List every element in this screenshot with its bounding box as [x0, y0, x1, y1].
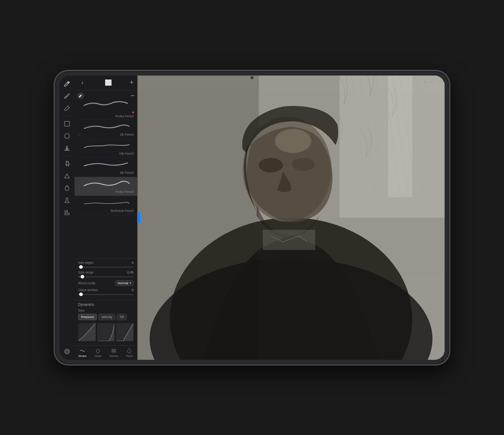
tab-paint[interactable]: Paint [122, 347, 138, 358]
dynamics-tab-pressure[interactable]: Pressure [78, 314, 97, 320]
brush-settings-panel: Wet edges 0 Size range 0.05 [75, 258, 137, 300]
brush-name-proko-header: Proko Pencil [77, 114, 134, 119]
wet-edges-row: Wet edges 0 [78, 261, 134, 264]
technical-stroke-preview [77, 198, 134, 208]
side-indicator [137, 212, 140, 223]
left-toolbar [59, 76, 75, 360]
size-range-thumb[interactable] [81, 275, 84, 278]
volume-up-button[interactable] [54, 136, 55, 150]
size-range-slider[interactable] [78, 276, 134, 277]
dynamics-size-label: Size [78, 309, 134, 312]
svg-rect-16 [138, 76, 445, 360]
brush-tool-icon[interactable] [62, 78, 72, 89]
ipad-frame: ‹ ⬜ + ••• [54, 70, 450, 365]
canvas-icon-a[interactable]: A [424, 79, 427, 85]
dynamics-tabs: Pressure Velocity Tilt [78, 314, 134, 320]
brush-item-hb[interactable]: HB Pencil [75, 139, 137, 158]
glaze-strokes-row: Glaze strokes 0 [78, 288, 134, 292]
2b-favorite-icon: ♡ [77, 133, 80, 137]
6b-stroke-preview [77, 159, 134, 169]
smudge-tool-icon[interactable] [62, 91, 72, 101]
tab-head[interactable]: Head [90, 347, 106, 358]
brush-item-6b[interactable]: 6B Pencil [75, 158, 137, 177]
size-range-value: 0.05 [127, 271, 134, 274]
brush-name-technical: Technical Pencil [77, 209, 134, 213]
blend-mode-chevron: ▾ [130, 282, 131, 285]
svg-rect-2 [65, 213, 69, 215]
canvas-area[interactable]: A ✦ ↔ [138, 76, 445, 360]
wet-edges-label: Wet edges [78, 261, 94, 264]
dynamics-title: Dynamics [78, 303, 134, 307]
toolbar-divider-2 [63, 156, 71, 156]
blend-mode-value: Normal [118, 281, 128, 285]
blend-mode-row: Blend mode Normal ▾ [78, 280, 134, 286]
back-button[interactable]: ‹ [78, 78, 87, 87]
glaze-strokes-label: Glaze strokes [78, 288, 98, 292]
hb-stroke-preview [77, 140, 134, 150]
brush-panel: ‹ ⬜ + ••• [75, 76, 138, 360]
layers2-tool-icon[interactable] [62, 207, 72, 218]
triangle-tool-icon[interactable] [62, 171, 72, 181]
power-button[interactable] [449, 143, 450, 165]
brush-panel-header: ‹ ⬜ + [75, 76, 137, 90]
export-tool-icon[interactable] [62, 143, 72, 154]
tab-texture[interactable]: Texture [106, 347, 122, 358]
modify-tool-icon[interactable] [62, 158, 72, 169]
size-range-label: Size range [78, 271, 94, 274]
blend-mode-label: Blend mode [78, 281, 95, 285]
svg-point-1 [64, 133, 69, 139]
canvas-icon-star[interactable]: ✦ [430, 79, 433, 85]
brush-item-proko-active[interactable]: Proko Pencil [75, 177, 137, 196]
brush-item-2b[interactable]: ♡ 2B Pencil [75, 120, 137, 139]
volume-down-button[interactable] [54, 154, 55, 168]
glaze-strokes-slider[interactable] [78, 294, 134, 295]
color-circle-icon[interactable] [62, 346, 72, 357]
svg-point-4 [64, 349, 69, 354]
svg-rect-0 [64, 121, 69, 126]
copy-button[interactable]: ⬜ [104, 78, 113, 87]
blend-mode-select[interactable]: Normal ▾ [115, 280, 134, 286]
tilt-graph[interactable] [116, 323, 134, 341]
pressure-graph[interactable] [78, 323, 96, 341]
2b-stroke-preview [77, 121, 134, 131]
brush-name-proko-active: Proko Pencil [77, 190, 134, 194]
canvas-icon-transform[interactable]: ↔ [436, 79, 441, 85]
svg-rect-3 [65, 210, 68, 212]
glaze-strokes-thumb[interactable] [79, 293, 83, 296]
bottom-tabs: Stroke Head Texture [75, 345, 137, 360]
toolbar-divider-1 [63, 116, 71, 116]
dynamics-graphs [78, 323, 134, 341]
shapes-tool-icon[interactable] [62, 131, 72, 141]
brush-item-proko-header[interactable]: ••• ♥ Proko Pencil [75, 90, 137, 120]
favorite-heart-icon[interactable]: ♥ [132, 110, 134, 114]
brush-options-icon[interactable]: ••• [131, 94, 134, 98]
eraser-tool-icon[interactable] [62, 103, 72, 114]
wet-edges-slider[interactable] [78, 267, 134, 268]
brush-name-2b: 2B Pencil [119, 133, 134, 137]
brush-name-6b: 6B Pencil [77, 171, 134, 175]
drop-tool-icon[interactable] [62, 183, 72, 194]
proko-stroke-preview [77, 99, 134, 109]
proko-active-stroke-preview [77, 178, 134, 189]
brush-item-technical[interactable]: Technical Pencil [75, 196, 137, 215]
wet-edges-thumb[interactable] [79, 265, 83, 269]
tab-stroke[interactable]: Stroke [75, 347, 90, 358]
dynamics-tab-tilt[interactable]: Tilt [117, 314, 127, 320]
glaze-strokes-value: 0 [132, 288, 134, 292]
layers-tool-icon[interactable] [62, 118, 72, 129]
brush-name-hb: HB Pencil [77, 152, 134, 156]
size-range-row: Size range 0.05 [78, 271, 134, 274]
add-brush-button[interactable]: + [130, 79, 134, 86]
flask-tool-icon[interactable] [62, 195, 72, 206]
ipad-screen: ‹ ⬜ + ••• [59, 76, 445, 360]
wet-edges-value: 0 [132, 261, 134, 264]
velocity-graph[interactable] [97, 323, 115, 341]
dynamics-tab-velocity[interactable]: Velocity [98, 314, 115, 320]
canvas-top-icons: A ✦ ↔ [424, 79, 441, 85]
dynamics-section: Dynamics Size Pressure Velocity Tilt [75, 300, 137, 345]
